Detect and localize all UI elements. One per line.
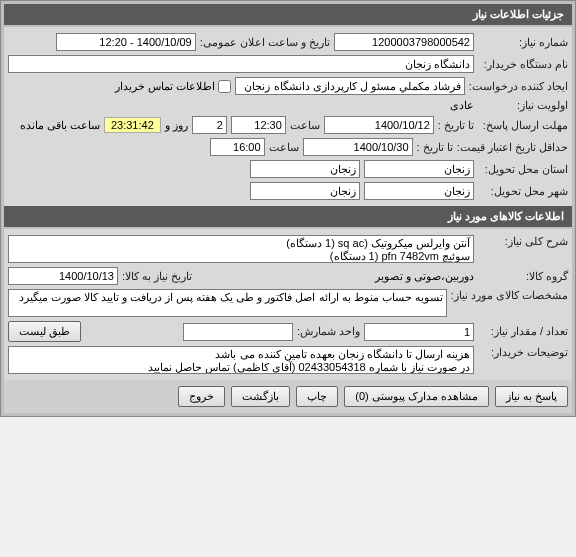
print-button[interactable]: چاپ bbox=[296, 386, 338, 407]
countdown-timer: 23:31:42 bbox=[104, 117, 161, 133]
creator-label: ایجاد کننده درخواست: bbox=[469, 80, 568, 93]
need-date-label: تاریخ نیاز به کالا: bbox=[122, 270, 192, 283]
group-value: دوربین،صوتی و تصویر bbox=[375, 270, 474, 283]
per-list-button[interactable]: طبق لیست bbox=[8, 321, 81, 342]
back-button[interactable]: بازگشت bbox=[231, 386, 290, 407]
days-remain-input[interactable] bbox=[192, 116, 227, 134]
remain-label: ساعت باقی مانده bbox=[20, 119, 100, 132]
qty-label: تعداد / مقدار نیاز: bbox=[478, 325, 568, 338]
priority-value: عادی bbox=[450, 99, 474, 112]
need-date-input[interactable] bbox=[8, 267, 118, 285]
pub-date-input[interactable] bbox=[56, 33, 196, 51]
pub-date-label: تاریخ و ساعت اعلان عمومی: bbox=[200, 36, 330, 49]
validity-to-date-label: تا تاریخ : bbox=[417, 141, 453, 154]
attachments-button[interactable]: مشاهده مدارک پیوستی (0) bbox=[344, 386, 489, 407]
req-no-label: شماره نیاز: bbox=[478, 36, 568, 49]
to-date-label: تا تاریخ : bbox=[438, 119, 474, 132]
req-no-input[interactable] bbox=[334, 33, 474, 51]
contact-checkbox-label: اطلاعات تماس خریدار bbox=[115, 80, 215, 93]
days-label: روز و bbox=[165, 119, 188, 132]
spec-textarea[interactable] bbox=[8, 289, 447, 317]
button-row: پاسخ به نیاز مشاهده مدارک پیوستی (0) چاپ… bbox=[4, 380, 572, 413]
delivery-city-input1[interactable] bbox=[364, 182, 474, 200]
goods-info-header: اطلاعات کالاهای مورد نیاز bbox=[4, 206, 572, 227]
buyer-label: نام دستگاه خریدار: bbox=[478, 58, 568, 71]
validity-date-input[interactable] bbox=[303, 138, 413, 156]
need-info-header: جزئیات اطلاعات نیاز bbox=[4, 4, 572, 25]
validity-time-input[interactable] bbox=[210, 138, 265, 156]
reply-button[interactable]: پاسخ به نیاز bbox=[495, 386, 568, 407]
buyer-notes-textarea[interactable] bbox=[8, 346, 474, 374]
reply-date-input[interactable] bbox=[324, 116, 434, 134]
delivery-city-label: شهر محل تحویل: bbox=[478, 185, 568, 198]
desc-textarea[interactable] bbox=[8, 235, 474, 263]
reply-time-label: ساعت bbox=[290, 119, 320, 132]
creator-input[interactable] bbox=[235, 77, 465, 95]
reply-time-input[interactable] bbox=[231, 116, 286, 134]
reply-deadline-label: مهلت ارسال پاسخ: bbox=[478, 119, 568, 132]
contact-checkbox[interactable] bbox=[218, 80, 231, 93]
priority-label: اولویت نیاز: bbox=[478, 99, 568, 112]
goods-info-body: شرح کلی نیاز: گروه کالا: دوربین،صوتی و ت… bbox=[4, 229, 572, 380]
unit-input[interactable] bbox=[183, 323, 293, 341]
main-panel: جزئیات اطلاعات نیاز شماره نیاز: تاریخ و … bbox=[0, 0, 576, 417]
delivery-province-input1[interactable] bbox=[364, 160, 474, 178]
delivery-province-label: استان محل تحویل: bbox=[478, 163, 568, 176]
delivery-province-input2[interactable] bbox=[250, 160, 360, 178]
contact-checkbox-wrap[interactable]: اطلاعات تماس خریدار bbox=[115, 80, 231, 93]
buyer-input[interactable] bbox=[8, 55, 474, 73]
group-label: گروه کالا: bbox=[478, 270, 568, 283]
exit-button[interactable]: خروج bbox=[178, 386, 225, 407]
buyer-notes-label: توضیحات خریدار: bbox=[478, 346, 568, 359]
validity-time-label: ساعت bbox=[269, 141, 299, 154]
qty-input[interactable] bbox=[364, 323, 474, 341]
need-info-body: شماره نیاز: تاریخ و ساعت اعلان عمومی: نا… bbox=[4, 27, 572, 206]
unit-label: واحد شمارش: bbox=[297, 325, 360, 338]
delivery-city-input2[interactable] bbox=[250, 182, 360, 200]
desc-label: شرح کلی نیاز: bbox=[478, 235, 568, 248]
spec-label: مشخصات کالای مورد نیاز: bbox=[451, 289, 568, 302]
validity-label: حداقل تاریخ اعتبار قیمت: bbox=[457, 141, 568, 154]
